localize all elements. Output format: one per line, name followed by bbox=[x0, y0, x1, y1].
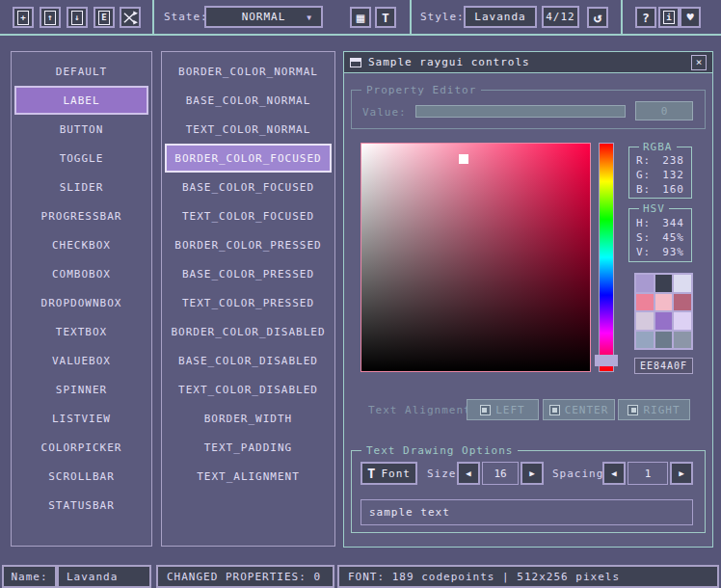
spacing-value-text: 1 bbox=[645, 468, 652, 480]
property-list-item[interactable]: TEXT_COLOR_PRESSED bbox=[165, 288, 332, 317]
about-button[interactable]: i bbox=[658, 7, 680, 28]
sponsor-button[interactable]: ♥ bbox=[680, 7, 701, 28]
size-increase-button[interactable]: ▶ bbox=[521, 462, 544, 485]
palette-swatch[interactable] bbox=[674, 294, 691, 311]
reload-style-button[interactable]: ↺ bbox=[587, 7, 608, 28]
control-list-item[interactable]: SCROLLBAR bbox=[14, 462, 148, 491]
font-button-label: Font bbox=[381, 468, 411, 480]
size-decrease-button[interactable]: ◀ bbox=[457, 462, 480, 485]
grid-toggle-button[interactable]: ▦ bbox=[350, 7, 371, 28]
align-left-button[interactable]: LEFT bbox=[467, 399, 539, 420]
state-dropdown[interactable]: NORMAL ▼ bbox=[204, 6, 323, 28]
palette-swatch[interactable] bbox=[636, 294, 654, 311]
control-list-item[interactable]: DEFAULT bbox=[14, 57, 148, 86]
control-list-item[interactable]: DROPDOWNBOX bbox=[14, 288, 148, 317]
control-list-item[interactable]: BUTTON bbox=[14, 115, 148, 144]
h-value: 344 bbox=[662, 216, 684, 230]
palette-swatch[interactable] bbox=[655, 294, 673, 311]
style-name-dropdown[interactable]: Lavanda bbox=[464, 6, 537, 28]
window-close-button[interactable]: × bbox=[691, 55, 707, 70]
palette-swatch[interactable] bbox=[636, 312, 654, 330]
hue-marker[interactable] bbox=[595, 355, 618, 366]
control-list-item[interactable]: VALUEBOX bbox=[14, 346, 148, 375]
control-list-item[interactable]: COLORPICKER bbox=[14, 433, 148, 462]
rgba-group: RGBA R:238 G:132 B:160 bbox=[628, 147, 692, 199]
save-file-button[interactable]: ↓ bbox=[67, 7, 88, 28]
palette-swatch[interactable] bbox=[674, 332, 691, 349]
control-list-item[interactable]: LABEL bbox=[14, 86, 148, 115]
help-button[interactable]: ? bbox=[635, 7, 656, 28]
size-value-box[interactable]: 16 bbox=[482, 462, 519, 485]
control-list-item[interactable]: SLIDER bbox=[14, 173, 148, 201]
palette-swatch[interactable] bbox=[674, 275, 691, 292]
hsv-row-h: H:344 bbox=[629, 216, 691, 230]
property-list-item[interactable]: BASE_COLOR_DISABLED bbox=[165, 346, 332, 375]
property-list-item[interactable]: TEXT_COLOR_FOCUSED bbox=[165, 201, 332, 230]
property-list-item[interactable]: BASE_COLOR_NORMAL bbox=[165, 86, 332, 115]
value-slider[interactable] bbox=[415, 105, 626, 118]
text-edit-toggle-button[interactable]: T bbox=[375, 7, 396, 28]
spacing-increase-button[interactable]: ▶ bbox=[670, 462, 693, 485]
align-right-button[interactable]: RIGHT bbox=[618, 399, 690, 420]
property-list-item[interactable]: BORDER_WIDTH bbox=[165, 404, 332, 433]
spacing-value-box[interactable]: 1 bbox=[628, 462, 668, 485]
align-center-icon bbox=[549, 405, 560, 415]
state-value: NORMAL bbox=[242, 11, 286, 23]
property-list-item[interactable]: BORDER_COLOR_PRESSED bbox=[165, 230, 332, 259]
h-key: H: bbox=[636, 216, 651, 230]
palette-swatch[interactable] bbox=[655, 312, 673, 330]
window-body: Property Editor Value: 0 RGBA R:238 G:13… bbox=[344, 73, 712, 548]
property-list-item[interactable]: TEXT_COLOR_NORMAL bbox=[165, 115, 332, 144]
color-picker-cursor[interactable] bbox=[459, 154, 468, 164]
value-label: Value: bbox=[362, 106, 407, 119]
hue-bar[interactable] bbox=[599, 143, 614, 372]
property-list-item[interactable]: BORDER_COLOR_NORMAL bbox=[165, 57, 332, 86]
info-glyph: i bbox=[666, 13, 671, 22]
palette-swatch[interactable] bbox=[636, 275, 654, 292]
control-list-item[interactable]: LISTVIEW bbox=[14, 404, 148, 433]
control-list-item[interactable]: TOGGLE bbox=[14, 144, 148, 173]
hex-value-box[interactable]: EE84A0F bbox=[634, 358, 693, 374]
value-box[interactable]: 0 bbox=[635, 101, 693, 120]
status-font-info: FONT: 189 codepoints | 512x256 pixels bbox=[337, 565, 719, 588]
palette-swatch[interactable] bbox=[655, 275, 673, 292]
control-list-item[interactable]: TEXTBOX bbox=[14, 317, 148, 346]
window-icon bbox=[350, 58, 361, 67]
sample-text-input[interactable]: sample text bbox=[360, 499, 693, 525]
color-picker-panel[interactable] bbox=[360, 143, 591, 372]
toolbar-info-section: ? i ♥ bbox=[625, 0, 721, 34]
open-file-button[interactable]: ↑ bbox=[40, 7, 61, 28]
status-changed-properties: CHANGED PROPERTIES: 0 bbox=[156, 565, 334, 588]
sample-text-value: sample text bbox=[369, 506, 450, 519]
control-list-item[interactable]: SPINNER bbox=[14, 375, 148, 404]
property-list-item[interactable]: TEXT_COLOR_DISABLED bbox=[165, 375, 332, 404]
property-list-item[interactable]: BASE_COLOR_PRESSED bbox=[165, 259, 332, 288]
spacing-decrease-button[interactable]: ◀ bbox=[602, 462, 626, 485]
align-left-icon bbox=[480, 405, 491, 415]
property-list-item[interactable]: BORDER_COLOR_FOCUSED bbox=[165, 144, 332, 173]
random-style-button[interactable] bbox=[120, 7, 141, 28]
r-key: R: bbox=[636, 153, 651, 168]
align-center-button[interactable]: CENTER bbox=[543, 399, 615, 420]
palette-swatch[interactable] bbox=[636, 332, 654, 349]
hsv-row-s: S:45% bbox=[629, 230, 691, 245]
properties-list: BORDER_COLOR_NORMALBASE_COLOR_NORMALTEXT… bbox=[161, 51, 335, 547]
property-list-item[interactable]: TEXT_ALIGNMENT bbox=[165, 462, 332, 491]
property-list-item[interactable]: TEXT_PADDING bbox=[165, 433, 332, 462]
toolbar-file-section: + ↑ ↓ E bbox=[0, 0, 154, 34]
property-list-item[interactable]: BASE_COLOR_FOCUSED bbox=[165, 173, 332, 201]
control-list-item[interactable]: STATUSBAR bbox=[14, 491, 148, 520]
palette-swatch[interactable] bbox=[674, 312, 691, 330]
control-list-item[interactable]: COMBOBOX bbox=[14, 259, 148, 288]
control-list-item[interactable]: CHECKBOX bbox=[14, 230, 148, 259]
new-file-button[interactable]: + bbox=[13, 7, 34, 28]
control-list-item[interactable]: PROGRESSBAR bbox=[14, 201, 148, 230]
palette-swatch[interactable] bbox=[655, 332, 673, 349]
value-box-text: 0 bbox=[661, 105, 668, 118]
export-file-button[interactable]: E bbox=[93, 7, 115, 28]
font-button[interactable]: T Font bbox=[360, 462, 417, 485]
status-name-value-box[interactable]: Lavanda bbox=[57, 565, 151, 588]
property-list-item[interactable]: BORDER_COLOR_DISABLED bbox=[165, 317, 332, 346]
open-file-glyph: ↑ bbox=[47, 13, 52, 22]
window-title-bar[interactable]: Sample raygui controls × bbox=[344, 52, 712, 73]
